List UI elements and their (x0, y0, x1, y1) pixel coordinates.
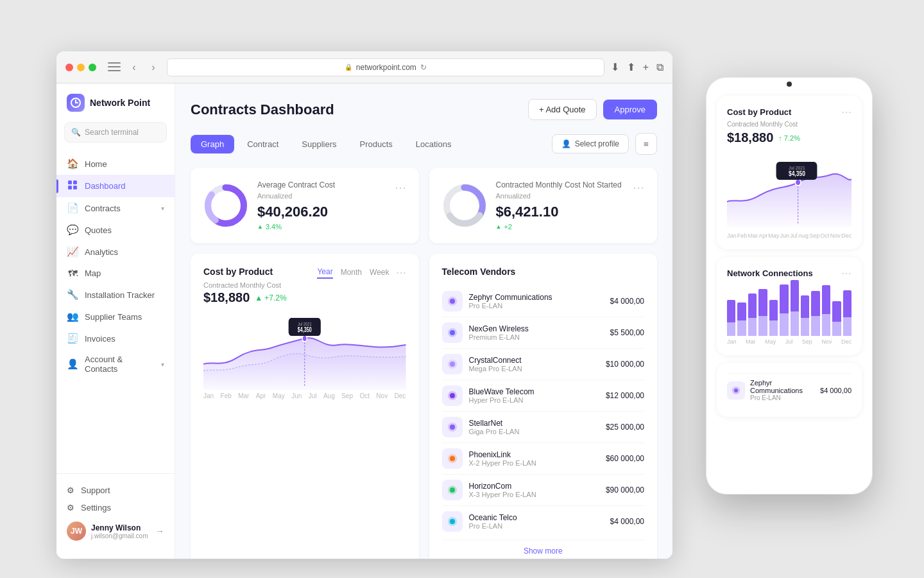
vendor-info: Oceanic Telco Pro E-LAN (469, 513, 604, 530)
address-bar[interactable]: 🔒 networkpoint.com ↻ (167, 58, 604, 76)
phone-bar-group (737, 302, 746, 337)
phone-bar-group (758, 289, 767, 337)
browser-toolbar: ‹ › 🔒 networkpoint.com ↻ ⬇ ⬆ + ⧉ (56, 51, 672, 83)
phone-bar-bottom (811, 316, 819, 337)
svg-point-38 (734, 389, 738, 392)
search-bar[interactable]: 🔍 Search terminal (64, 122, 167, 143)
vendor-plan: X-2 Hyper Pro E-LAN (469, 459, 599, 467)
phone-bar-group (801, 295, 809, 336)
phone-widget-value: $18,880 (727, 130, 773, 145)
sidebar-item-installation[interactable]: 🔧 Installation Tracker (56, 284, 175, 306)
period-tab-month[interactable]: Month (341, 268, 362, 278)
avg-contract-value: $40,206.20 (257, 204, 386, 220)
vendor-row: NexGen Wireless Premium E-LAN $5 500,00 (442, 317, 645, 349)
phone-vendor-price: $4 000,00 (820, 387, 851, 394)
approve-button[interactable]: Approve (603, 100, 657, 119)
sidebar-item-quotes[interactable]: 💬 Quotes (56, 219, 175, 241)
sidebar-label-home: Home (85, 159, 107, 169)
add-quote-button[interactable]: + Add Quote (528, 99, 597, 120)
close-dot[interactable] (65, 64, 73, 71)
contracted-monthly-menu-icon[interactable]: ⋯ (633, 180, 644, 195)
refresh-icon[interactable]: ↻ (420, 63, 427, 72)
select-profile-button[interactable]: 👤 Select profile (552, 134, 629, 153)
svg-point-19 (450, 330, 455, 335)
sidebar-toggle-icon[interactable] (108, 62, 121, 73)
filter-button[interactable]: ≡ (635, 133, 657, 155)
support-item[interactable]: ⚙ Support (67, 482, 164, 499)
cost-by-product-header: Cost by Product Year Month Week ⋯ (203, 267, 406, 279)
svg-rect-4 (73, 186, 77, 189)
cost-by-product-menu-icon[interactable]: ⋯ (396, 267, 406, 279)
logout-button[interactable]: → (155, 526, 164, 536)
new-tab-icon[interactable]: + (643, 62, 649, 73)
person-icon: 👤 (561, 139, 571, 148)
tab-contract[interactable]: Contract (237, 135, 289, 153)
avg-contract-info: Average Contract Cost Annualized $40,206… (257, 180, 386, 231)
svg-point-23 (450, 393, 455, 398)
phone-bar-group (832, 301, 841, 336)
download-icon[interactable]: ⬇ (611, 61, 619, 73)
sidebar-logo: Network Point (56, 94, 175, 122)
sidebar-item-map[interactable]: 🗺 Map (56, 263, 175, 284)
phone-bar-group (780, 285, 788, 337)
vendor-name: HorizonCom (469, 482, 599, 491)
tab-graph[interactable]: Graph (191, 135, 234, 153)
sidebar-item-invoices[interactable]: 🧾 Invoices (56, 328, 175, 349)
sidebar-item-analytics[interactable]: 📈 Analytics (56, 241, 175, 263)
vendor-plan: Pro E-LAN (469, 522, 604, 530)
avg-contract-sublabel: Annualized (257, 192, 386, 200)
vendor-name: BlueWave Telecom (469, 387, 599, 396)
period-tab-year[interactable]: Year (317, 267, 332, 279)
contracted-monthly-change: +2 (496, 223, 624, 231)
sidebar-label-analytics: Analytics (85, 247, 118, 257)
forward-button[interactable]: › (146, 60, 160, 74)
sidebar-item-account[interactable]: 👤 Account & Contacts ▾ (56, 349, 175, 379)
settings-item[interactable]: ⚙ Settings (67, 499, 164, 516)
tabs-icon[interactable]: ⧉ (656, 62, 663, 73)
sidebar-item-dashboard[interactable]: Dashboard (56, 175, 175, 197)
phone-network-menu-icon[interactable]: ⋯ (841, 267, 851, 279)
sidebar-item-home[interactable]: 🏠 Home (56, 153, 175, 175)
vendor-row: BlueWave Telecom Hyper Pro E-LAN $12 000… (442, 380, 645, 412)
share-icon[interactable]: ⬆ (627, 61, 635, 73)
metric-cards-row: Average Contract Cost Annualized $40,206… (191, 168, 657, 243)
vendor-plan: Mega Pro E-LAN (469, 365, 599, 372)
vendor-plan: X-3 Hyper Pro E-LAN (469, 491, 599, 498)
show-more-button[interactable]: Show more (442, 539, 645, 559)
maximize-dot[interactable] (89, 64, 96, 71)
phone-widget-header: Cost by Product ⋯ (727, 106, 851, 118)
sidebar-item-contracts[interactable]: 📄 Contracts ▾ (56, 197, 175, 219)
phone-x-labels: JanFeb MarApr MayJun JulAug SepOct NovDe… (727, 232, 851, 239)
period-tab-week[interactable]: Week (370, 268, 389, 278)
vendor-name: StellarNet (469, 419, 599, 428)
map-icon: 🗺 (67, 268, 78, 279)
cost-by-product-title: Cost by Product (203, 267, 273, 277)
minimize-dot[interactable] (77, 64, 85, 71)
vendor-plan: Premium E-LAN (469, 333, 604, 341)
vendor-logo (442, 291, 463, 311)
phone-content: Cost by Product ⋯ Contracted Monthly Cos… (706, 91, 872, 491)
vendor-info: HorizonCom X-3 Hyper Pro E-LAN (469, 482, 599, 498)
vendor-price: $4 000,00 (610, 517, 644, 526)
vendor-list: Zephyr Communications Pro E-LAN $4 000,0… (442, 286, 645, 537)
phone-bar-top (801, 295, 809, 318)
avg-contract-menu-icon[interactable]: ⋯ (395, 180, 406, 195)
phone-widget-menu-icon[interactable]: ⋯ (841, 106, 851, 118)
phone-bar-top (780, 285, 788, 314)
tab-products[interactable]: Products (349, 135, 402, 153)
supplier-icon: 👥 (67, 311, 78, 322)
tab-suppliers[interactable]: Suppliers (291, 135, 346, 153)
phone-bar-bottom (801, 318, 809, 336)
phone-vendor-info: Zephyr Communications Pro E-LAN (750, 379, 815, 401)
contracted-monthly-card: Contracted Monthly Cost Not Started Annu… (429, 168, 658, 243)
tab-locations[interactable]: Locations (406, 135, 462, 153)
dashboard-icon (67, 180, 78, 192)
phone-widget-title: Cost by Product (727, 107, 791, 117)
sidebar-item-supplier[interactable]: 👥 Supplier Teams (56, 306, 175, 328)
vendor-logo (442, 480, 463, 500)
sidebar-label-supplier: Supplier Teams (85, 312, 142, 322)
sidebar-footer: ⚙ Support ⚙ Settings JW Jenny Wilson j.w… (56, 473, 175, 548)
back-button[interactable]: ‹ (127, 60, 141, 74)
phone-vendor-widget: Zephyr Communications Pro E-LAN $4 000,0… (717, 363, 862, 417)
app-layout: Network Point 🔍 Search terminal 🏠 Home (56, 83, 672, 559)
